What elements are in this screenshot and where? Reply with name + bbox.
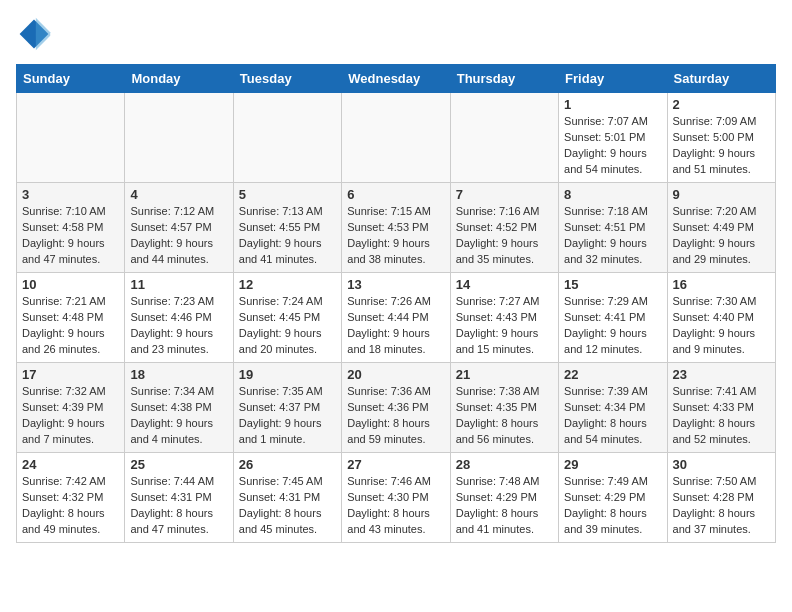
- day-cell: 27Sunrise: 7:46 AM Sunset: 4:30 PM Dayli…: [342, 453, 450, 543]
- day-info: Sunrise: 7:20 AM Sunset: 4:49 PM Dayligh…: [673, 204, 770, 268]
- day-info: Sunrise: 7:36 AM Sunset: 4:36 PM Dayligh…: [347, 384, 444, 448]
- weekday-header-saturday: Saturday: [667, 65, 775, 93]
- day-cell: 17Sunrise: 7:32 AM Sunset: 4:39 PM Dayli…: [17, 363, 125, 453]
- day-number: 15: [564, 277, 661, 292]
- logo-icon: [16, 16, 52, 52]
- day-cell: [450, 93, 558, 183]
- day-cell: [342, 93, 450, 183]
- day-cell: 5Sunrise: 7:13 AM Sunset: 4:55 PM Daylig…: [233, 183, 341, 273]
- day-info: Sunrise: 7:35 AM Sunset: 4:37 PM Dayligh…: [239, 384, 336, 448]
- day-number: 12: [239, 277, 336, 292]
- day-number: 5: [239, 187, 336, 202]
- day-cell: 11Sunrise: 7:23 AM Sunset: 4:46 PM Dayli…: [125, 273, 233, 363]
- day-cell: 15Sunrise: 7:29 AM Sunset: 4:41 PM Dayli…: [559, 273, 667, 363]
- day-cell: 10Sunrise: 7:21 AM Sunset: 4:48 PM Dayli…: [17, 273, 125, 363]
- day-info: Sunrise: 7:49 AM Sunset: 4:29 PM Dayligh…: [564, 474, 661, 538]
- day-cell: 2Sunrise: 7:09 AM Sunset: 5:00 PM Daylig…: [667, 93, 775, 183]
- day-cell: 19Sunrise: 7:35 AM Sunset: 4:37 PM Dayli…: [233, 363, 341, 453]
- day-number: 28: [456, 457, 553, 472]
- day-cell: 8Sunrise: 7:18 AM Sunset: 4:51 PM Daylig…: [559, 183, 667, 273]
- week-row-5: 24Sunrise: 7:42 AM Sunset: 4:32 PM Dayli…: [17, 453, 776, 543]
- day-info: Sunrise: 7:26 AM Sunset: 4:44 PM Dayligh…: [347, 294, 444, 358]
- day-number: 16: [673, 277, 770, 292]
- day-info: Sunrise: 7:23 AM Sunset: 4:46 PM Dayligh…: [130, 294, 227, 358]
- day-info: Sunrise: 7:44 AM Sunset: 4:31 PM Dayligh…: [130, 474, 227, 538]
- day-cell: 12Sunrise: 7:24 AM Sunset: 4:45 PM Dayli…: [233, 273, 341, 363]
- page-header: [16, 16, 776, 52]
- day-number: 7: [456, 187, 553, 202]
- day-cell: 20Sunrise: 7:36 AM Sunset: 4:36 PM Dayli…: [342, 363, 450, 453]
- day-cell: 16Sunrise: 7:30 AM Sunset: 4:40 PM Dayli…: [667, 273, 775, 363]
- day-number: 11: [130, 277, 227, 292]
- day-cell: 24Sunrise: 7:42 AM Sunset: 4:32 PM Dayli…: [17, 453, 125, 543]
- day-cell: 25Sunrise: 7:44 AM Sunset: 4:31 PM Dayli…: [125, 453, 233, 543]
- day-info: Sunrise: 7:18 AM Sunset: 4:51 PM Dayligh…: [564, 204, 661, 268]
- day-info: Sunrise: 7:45 AM Sunset: 4:31 PM Dayligh…: [239, 474, 336, 538]
- day-cell: 18Sunrise: 7:34 AM Sunset: 4:38 PM Dayli…: [125, 363, 233, 453]
- day-number: 2: [673, 97, 770, 112]
- day-info: Sunrise: 7:07 AM Sunset: 5:01 PM Dayligh…: [564, 114, 661, 178]
- day-info: Sunrise: 7:29 AM Sunset: 4:41 PM Dayligh…: [564, 294, 661, 358]
- weekday-header-wednesday: Wednesday: [342, 65, 450, 93]
- day-info: Sunrise: 7:12 AM Sunset: 4:57 PM Dayligh…: [130, 204, 227, 268]
- day-cell: 1Sunrise: 7:07 AM Sunset: 5:01 PM Daylig…: [559, 93, 667, 183]
- day-info: Sunrise: 7:24 AM Sunset: 4:45 PM Dayligh…: [239, 294, 336, 358]
- day-number: 25: [130, 457, 227, 472]
- day-info: Sunrise: 7:09 AM Sunset: 5:00 PM Dayligh…: [673, 114, 770, 178]
- day-number: 9: [673, 187, 770, 202]
- day-number: 23: [673, 367, 770, 382]
- day-info: Sunrise: 7:48 AM Sunset: 4:29 PM Dayligh…: [456, 474, 553, 538]
- day-number: 13: [347, 277, 444, 292]
- day-cell: 3Sunrise: 7:10 AM Sunset: 4:58 PM Daylig…: [17, 183, 125, 273]
- day-cell: 28Sunrise: 7:48 AM Sunset: 4:29 PM Dayli…: [450, 453, 558, 543]
- day-cell: 6Sunrise: 7:15 AM Sunset: 4:53 PM Daylig…: [342, 183, 450, 273]
- day-number: 26: [239, 457, 336, 472]
- day-info: Sunrise: 7:42 AM Sunset: 4:32 PM Dayligh…: [22, 474, 119, 538]
- day-number: 19: [239, 367, 336, 382]
- day-number: 17: [22, 367, 119, 382]
- svg-marker-1: [36, 18, 50, 50]
- day-number: 22: [564, 367, 661, 382]
- day-info: Sunrise: 7:10 AM Sunset: 4:58 PM Dayligh…: [22, 204, 119, 268]
- day-number: 29: [564, 457, 661, 472]
- day-cell: 30Sunrise: 7:50 AM Sunset: 4:28 PM Dayli…: [667, 453, 775, 543]
- day-cell: 9Sunrise: 7:20 AM Sunset: 4:49 PM Daylig…: [667, 183, 775, 273]
- day-number: 27: [347, 457, 444, 472]
- day-info: Sunrise: 7:50 AM Sunset: 4:28 PM Dayligh…: [673, 474, 770, 538]
- weekday-header-monday: Monday: [125, 65, 233, 93]
- day-info: Sunrise: 7:13 AM Sunset: 4:55 PM Dayligh…: [239, 204, 336, 268]
- day-info: Sunrise: 7:34 AM Sunset: 4:38 PM Dayligh…: [130, 384, 227, 448]
- day-number: 4: [130, 187, 227, 202]
- day-number: 18: [130, 367, 227, 382]
- day-info: Sunrise: 7:27 AM Sunset: 4:43 PM Dayligh…: [456, 294, 553, 358]
- day-number: 1: [564, 97, 661, 112]
- day-info: Sunrise: 7:16 AM Sunset: 4:52 PM Dayligh…: [456, 204, 553, 268]
- day-cell: [233, 93, 341, 183]
- day-number: 8: [564, 187, 661, 202]
- day-cell: 26Sunrise: 7:45 AM Sunset: 4:31 PM Dayli…: [233, 453, 341, 543]
- day-cell: 14Sunrise: 7:27 AM Sunset: 4:43 PM Dayli…: [450, 273, 558, 363]
- day-info: Sunrise: 7:46 AM Sunset: 4:30 PM Dayligh…: [347, 474, 444, 538]
- day-number: 20: [347, 367, 444, 382]
- day-info: Sunrise: 7:41 AM Sunset: 4:33 PM Dayligh…: [673, 384, 770, 448]
- day-info: Sunrise: 7:38 AM Sunset: 4:35 PM Dayligh…: [456, 384, 553, 448]
- weekday-header-thursday: Thursday: [450, 65, 558, 93]
- weekday-header-sunday: Sunday: [17, 65, 125, 93]
- day-number: 14: [456, 277, 553, 292]
- day-number: 21: [456, 367, 553, 382]
- day-number: 10: [22, 277, 119, 292]
- weekday-header-friday: Friday: [559, 65, 667, 93]
- day-number: 30: [673, 457, 770, 472]
- day-cell: [17, 93, 125, 183]
- day-number: 3: [22, 187, 119, 202]
- day-cell: 4Sunrise: 7:12 AM Sunset: 4:57 PM Daylig…: [125, 183, 233, 273]
- week-row-3: 10Sunrise: 7:21 AM Sunset: 4:48 PM Dayli…: [17, 273, 776, 363]
- day-number: 24: [22, 457, 119, 472]
- header-row: SundayMondayTuesdayWednesdayThursdayFrid…: [17, 65, 776, 93]
- day-cell: 22Sunrise: 7:39 AM Sunset: 4:34 PM Dayli…: [559, 363, 667, 453]
- day-info: Sunrise: 7:32 AM Sunset: 4:39 PM Dayligh…: [22, 384, 119, 448]
- calendar-table: SundayMondayTuesdayWednesdayThursdayFrid…: [16, 64, 776, 543]
- day-cell: 7Sunrise: 7:16 AM Sunset: 4:52 PM Daylig…: [450, 183, 558, 273]
- day-cell: 29Sunrise: 7:49 AM Sunset: 4:29 PM Dayli…: [559, 453, 667, 543]
- day-info: Sunrise: 7:15 AM Sunset: 4:53 PM Dayligh…: [347, 204, 444, 268]
